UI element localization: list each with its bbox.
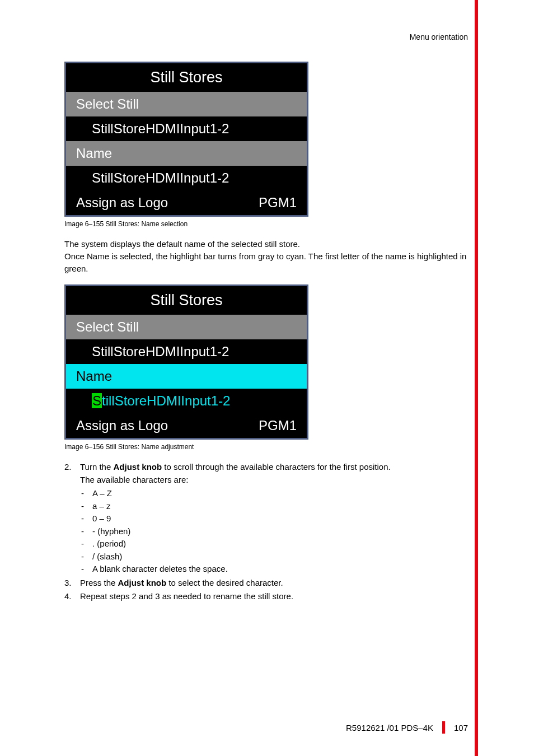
char-item: -A blank character deletes the space. — [80, 563, 479, 576]
step-4-content: Repeat steps 2 and 3 as needed to rename… — [80, 590, 479, 603]
char-0: A – Z — [92, 487, 112, 500]
step-2-num: 2. — [64, 461, 80, 576]
char-item: -a – z — [80, 500, 479, 513]
menu-row-name-value-2: StillStoreHDMIInput1-2 — [66, 389, 307, 413]
dash-icon: - — [80, 525, 92, 538]
menu-row-select-value-2: StillStoreHDMIInput1-2 — [66, 339, 307, 364]
paragraph-1a: The system displays the default name of … — [64, 239, 300, 249]
menu-row-name-2: Name — [66, 364, 307, 389]
page-number: 107 — [454, 723, 468, 732]
assign-logo-value: PGM1 — [259, 195, 297, 211]
menu-row-select-still-2: Select Still — [66, 315, 307, 339]
step-4-num: 4. — [64, 590, 80, 603]
page-footer: R5912621 /01 PDS–4K 107 — [346, 721, 468, 734]
paragraph-1: The system displays the default name of … — [64, 238, 479, 274]
step-2-text-c: The available characters are: — [80, 474, 479, 487]
char-item: -- (hyphen) — [80, 525, 479, 538]
char-2: 0 – 9 — [92, 512, 111, 525]
image-caption-2: Image 6–156 Still Stores: Name adjustmen… — [64, 443, 479, 451]
step-2-content: Turn the Adjust knob to scroll through t… — [80, 461, 479, 576]
char-item: -. (period) — [80, 538, 479, 550]
image-caption-1: Image 6–155 Still Stores: Name selection — [64, 220, 479, 228]
step-3-text-a: Press the — [80, 578, 118, 587]
char-item: -/ (slash) — [80, 550, 479, 563]
menu-row-assign-logo: Assign as Logo PGM1 — [66, 190, 307, 215]
paragraph-1b: Once Name is selected, the highlight bar… — [64, 251, 466, 273]
header-breadcrumb: Menu orientation — [410, 32, 468, 41]
step-2-text-b: to scroll through the available characte… — [162, 462, 391, 472]
char-1: a – z — [92, 500, 111, 513]
menu-title: Still Stores — [66, 63, 307, 92]
doc-ref: R5912621 /01 PDS–4K — [346, 723, 433, 732]
assign-logo-value-2: PGM1 — [259, 418, 297, 433]
menu-row-select-still: Select Still — [66, 92, 307, 116]
menu-still-stores-2: Still Stores Select Still StillStoreHDMI… — [64, 284, 308, 440]
menu-row-name-value: StillStoreHDMIInput1-2 — [66, 166, 307, 190]
char-3: - (hyphen) — [92, 525, 130, 538]
dash-icon: - — [80, 487, 92, 500]
name-rest: tillStoreHDMIInput1-2 — [102, 393, 230, 408]
menu-still-stores-1: Still Stores Select Still StillStoreHDMI… — [64, 62, 308, 217]
step-3-num: 3. — [64, 577, 80, 590]
step-2: 2. Turn the Adjust knob to scroll throug… — [64, 461, 479, 576]
dash-icon: - — [80, 538, 92, 550]
highlighted-char: S — [92, 393, 102, 408]
dash-icon: - — [80, 550, 92, 563]
step-3: 3. Press the Adjust knob to select the d… — [64, 577, 479, 590]
char-list: -A – Z -a – z -0 – 9 -- (hyphen) -. (per… — [80, 487, 479, 576]
dash-icon: - — [80, 512, 92, 525]
menu-row-assign-logo-2: Assign as Logo PGM1 — [66, 413, 307, 438]
assign-logo-label-2: Assign as Logo — [76, 418, 168, 433]
step-3-text-b: to select the desired character. — [166, 578, 283, 587]
step-4: 4. Repeat steps 2 and 3 as needed to ren… — [64, 590, 479, 603]
dash-icon: - — [80, 563, 92, 576]
char-item: -A – Z — [80, 487, 479, 500]
dash-icon: - — [80, 500, 92, 513]
char-4: . (period) — [92, 538, 126, 550]
menu-row-select-value: StillStoreHDMIInput1-2 — [66, 116, 307, 141]
page-content: Still Stores Select Still StillStoreHDMI… — [64, 62, 479, 604]
menu-title-2: Still Stores — [66, 286, 307, 315]
assign-logo-label: Assign as Logo — [76, 195, 168, 211]
menu-row-name: Name — [66, 141, 307, 166]
char-6: A blank character deletes the space. — [92, 563, 228, 576]
footer-red-bar — [442, 721, 445, 734]
step-3-bold: Adjust knob — [118, 578, 167, 587]
step-2-bold: Adjust knob — [113, 462, 162, 472]
step-3-content: Press the Adjust knob to select the desi… — [80, 577, 479, 590]
char-5: / (slash) — [92, 550, 122, 563]
char-item: -0 – 9 — [80, 512, 479, 525]
step-2-text-a: Turn the — [80, 462, 113, 472]
